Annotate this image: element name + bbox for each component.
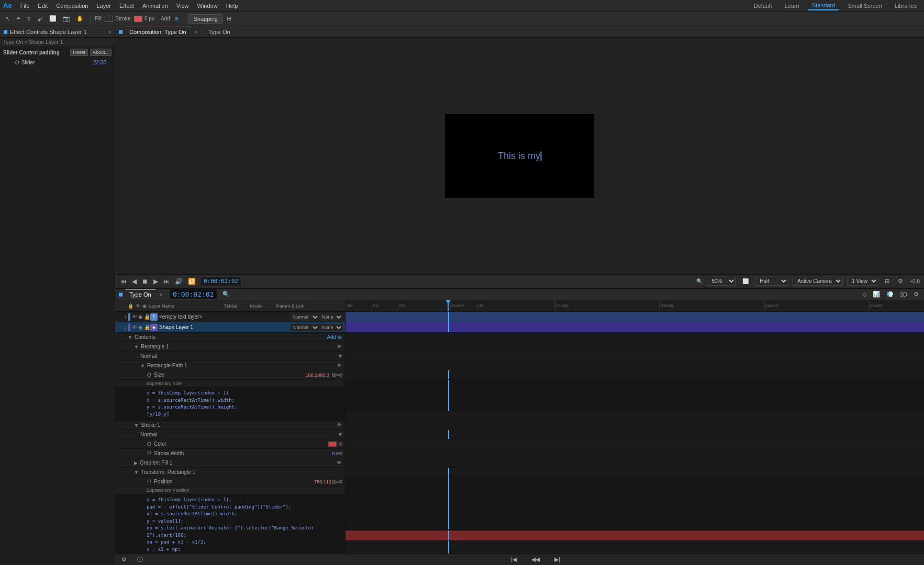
color-row[interactable]: ⏱ Color ⚙	[115, 439, 345, 449]
preview-loop[interactable]: 🔁	[187, 277, 197, 286]
lock-all-icon[interactable]: 🔒	[128, 303, 133, 309]
menu-help[interactable]: Help	[224, 2, 240, 10]
toolbar-brush-tool[interactable]: 🖌	[35, 15, 45, 23]
layer-2-solo-icon[interactable]: ◉	[138, 324, 143, 330]
layer-1-mode[interactable]: Normal	[291, 313, 319, 321]
menu-view[interactable]: View	[174, 2, 191, 10]
search-toggle[interactable]: 🔍	[220, 290, 232, 299]
preview-play[interactable]: ▶	[152, 277, 159, 286]
timeline-ruler[interactable]: 00f 01f 02f 01s00f 10f 02s00f	[346, 300, 924, 312]
preview-play-back[interactable]: ◀	[131, 277, 138, 286]
about-btn[interactable]: About...	[90, 49, 112, 56]
preview-stop[interactable]: ⏹	[141, 277, 149, 286]
layer-1-trkmat[interactable]: None	[319, 313, 343, 321]
layer-row-1[interactable]: 1 👁 ◉ 🔒 T <empty text layer> Normal None	[115, 312, 345, 322]
workspace-default[interactable]: Default	[750, 2, 776, 10]
solo-all-icon[interactable]: ◉	[142, 303, 147, 309]
views-select[interactable]: 1 View	[847, 277, 878, 286]
layer-2-mode[interactable]: Normal	[291, 324, 319, 331]
rect-path-row[interactable]: ▼ Rectangle Path 1 👁	[115, 361, 345, 370]
timeline-add-marker[interactable]: ◇	[860, 290, 869, 299]
track-row-2[interactable]	[346, 322, 924, 333]
gradient-fill-row[interactable]: ▶ Gradient Fill 1 👁	[115, 458, 345, 468]
slider-value[interactable]: 22.00	[93, 60, 106, 65]
menu-layer[interactable]: Layer	[94, 2, 113, 10]
status-info-btn[interactable]: ⓘ	[135, 555, 145, 564]
timeline-settings[interactable]: ⚙	[911, 290, 921, 299]
stroke-width-row[interactable]: ⏱ Stroke Width 0.0 ⚙	[115, 449, 345, 458]
toolbar-shape-tool[interactable]: ⬜	[47, 14, 59, 23]
preview-next-frame[interactable]: ⏭	[162, 277, 171, 286]
stroke-1-eye[interactable]: 👁	[337, 422, 342, 428]
toolbar-pen-tool[interactable]: ✒	[14, 14, 23, 23]
stroke-width-gear[interactable]: ⚙	[339, 451, 343, 456]
toolbar-camera-tool[interactable]: 📷	[61, 14, 72, 23]
preview-time[interactable]: 0:00:02:02	[200, 276, 242, 286]
menu-effect[interactable]: Effect	[117, 2, 136, 10]
hide-all-icon[interactable]: 👁	[136, 303, 140, 309]
quality-select[interactable]: HalfFullQuarter	[755, 277, 788, 286]
snapping-toggle[interactable]: ⊞	[225, 14, 233, 23]
stroke-swatch[interactable]	[134, 16, 142, 22]
settings-btn[interactable]: ⚙	[896, 277, 905, 286]
add-contents-btn[interactable]: Add ⊕	[326, 334, 343, 340]
size-gear[interactable]: ⚙	[339, 372, 343, 378]
color-gear[interactable]: ⚙	[339, 442, 343, 447]
color-stopwatch[interactable]: ⏱	[147, 441, 152, 447]
comp-tab[interactable]: Composition: Type On	[125, 27, 191, 37]
timeline-graph[interactable]: 📊	[871, 290, 882, 299]
size-link[interactable]: ⛓	[331, 372, 336, 378]
timeline-start-btn[interactable]: |◀	[509, 555, 519, 564]
menu-animation[interactable]: Animation	[140, 2, 170, 10]
timeline-end-btn[interactable]: ▶|	[552, 555, 562, 564]
position-value[interactable]: 780,110	[300, 479, 331, 484]
stroke-normal-dropdown[interactable]: ▼	[338, 432, 343, 437]
workspace-libraries[interactable]: Libraries	[890, 2, 921, 10]
comp-close-icon[interactable]: ×	[195, 29, 198, 35]
workspace-learn[interactable]: Learn	[781, 2, 804, 10]
stroke-width-stopwatch[interactable]: ⏱	[147, 450, 152, 456]
rectangle-1-row[interactable]: ▼ Rectangle 1 👁	[115, 342, 345, 352]
stroke-1-row[interactable]: ▼ Stroke 1 👁	[115, 421, 345, 430]
add-btn[interactable]: ⊕	[173, 16, 180, 21]
position-stopwatch[interactable]: ⏱	[147, 479, 152, 484]
track-effects[interactable]	[346, 530, 924, 541]
timeline-tab-close[interactable]: ×	[160, 291, 163, 298]
fill-swatch[interactable]	[105, 16, 113, 22]
rect-path-eye[interactable]: 👁	[337, 363, 342, 368]
size-stopwatch[interactable]: ⏱	[147, 372, 152, 378]
menu-composition[interactable]: Composition	[54, 2, 90, 10]
resolution-btn[interactable]: ⬜	[740, 277, 751, 285]
layer-row-2[interactable]: 2 👁 ◉ 🔒 ★ Shape Layer 1 Normal None	[115, 322, 345, 333]
status-settings-btn[interactable]: ⚙	[119, 555, 129, 564]
layer-1-lock-icon[interactable]: 🔒	[144, 314, 150, 320]
position-gear[interactable]: ⚙	[339, 479, 343, 484]
transform-row[interactable]: ▼ Transform: Rectangle 1	[115, 468, 345, 477]
layer-2-trkmat[interactable]: None	[319, 324, 343, 331]
size-value[interactable]: 160,1060.0	[298, 372, 329, 378]
stroke-width-value[interactable]: 0.0	[307, 451, 339, 456]
contents-row[interactable]: ▼ Contents Add ⊕	[115, 333, 345, 342]
zoom-select[interactable]: 50%100%25%	[707, 277, 736, 286]
timeline-time-display[interactable]: 0:00:02:02	[169, 289, 217, 300]
layer-1-name[interactable]: <empty text layer>	[159, 314, 291, 320]
timeline-motion-blur[interactable]: 💨	[884, 290, 896, 299]
toolbar-select-tool[interactable]: ↖	[3, 14, 12, 23]
timeline-tab[interactable]: Type On	[125, 289, 155, 299]
type-on-tab[interactable]: Type On	[204, 27, 235, 37]
layer-1-eye-icon[interactable]: 👁	[132, 314, 137, 320]
timeline-draft-3d[interactable]: 3D	[898, 290, 909, 299]
timeline-prev-btn[interactable]: ◀◀	[529, 555, 542, 564]
workspace-standard[interactable]: Standard	[808, 1, 840, 10]
view-select[interactable]: Active Camera	[793, 277, 843, 286]
size-row[interactable]: ⏱ Size 160,1060.0 ⛓ ≡ ⚙	[115, 370, 345, 380]
menu-edit[interactable]: Edit	[36, 2, 50, 10]
position-row[interactable]: ⏱ Position 780,110 ⛓ ≡ ⚙	[115, 477, 345, 487]
gradient-fill-eye[interactable]: 👁	[337, 460, 342, 466]
layer-2-eye-icon[interactable]: 👁	[132, 324, 137, 330]
layer-1-solo-icon[interactable]: ◉	[138, 314, 143, 320]
toolbar-text-tool[interactable]: T	[25, 15, 33, 23]
toolbar-pan-tool[interactable]: ✋	[74, 14, 86, 23]
grid-toggle[interactable]: ⊞	[883, 277, 892, 286]
menu-file[interactable]: File	[18, 2, 32, 10]
